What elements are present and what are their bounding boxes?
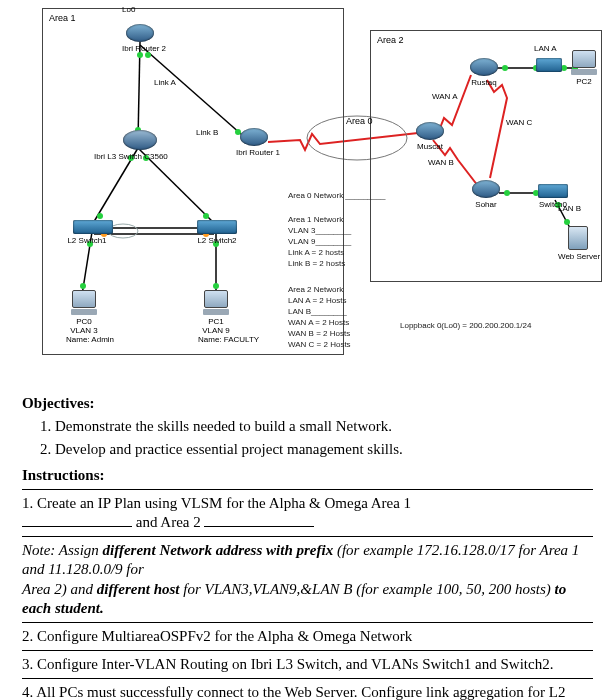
- linkA-label: Link A: [154, 78, 176, 87]
- router-icon: [470, 58, 498, 76]
- lanB-label: LAN B: [558, 204, 581, 213]
- note-block: Note: Assign different Network address w…: [22, 541, 593, 618]
- area1-title: Area 1: [49, 13, 76, 23]
- network-diagram: Area 1 Area 2 Ibri Router 2 Lo0 Ibri Rou…: [0, 0, 615, 380]
- router-icon: [126, 24, 154, 42]
- l2-switch2: L2 Switch2: [194, 220, 240, 245]
- loopback-note: Loppback 0(Lo0) = 200.200.200.1/24: [400, 320, 531, 331]
- muscat-router: Muscat: [412, 122, 448, 151]
- objective-2: 2. Develop and practice essential projec…: [40, 440, 593, 459]
- instruction-2: 2. Configure MultiareaOSPFv2 for the Alp…: [22, 627, 593, 646]
- sohar-router: Sohar: [468, 180, 504, 209]
- lanA-label: LAN A: [534, 44, 557, 53]
- area0-notes: Area 0 Network _________: [288, 190, 385, 201]
- instruction-1: 1. Create an IP Plan using VLSM for the …: [22, 494, 593, 532]
- instruction-4: 4. All PCs must successfully connect to …: [22, 683, 593, 700]
- pc2: PC2: [570, 50, 598, 86]
- instruction-3: 3. Configure Inter-VLAN Routing on Ibri …: [22, 655, 593, 674]
- rustaq-router: Rustaq: [466, 58, 502, 87]
- router-icon: [240, 128, 268, 146]
- server-icon: [568, 226, 588, 250]
- blank-fill: [22, 514, 132, 527]
- objectives-heading: Objectives:: [22, 394, 593, 413]
- web-server: Web Server: [558, 226, 598, 261]
- area2-notes: Area 2 Network LAN A = 2 Hosts LAN B____…: [288, 284, 351, 350]
- wanC-label: WAN C: [506, 118, 532, 127]
- pc1: PC1 VLAN 9 Name: FACULTY: [198, 290, 234, 344]
- area0-label: Area 0: [346, 116, 373, 126]
- objective-1: 1. Demonstrate the skills needed to buil…: [40, 417, 593, 436]
- blank-fill: [204, 514, 314, 527]
- ibri-l3-switch: Ibri L3 Switch C3560: [118, 130, 162, 161]
- document-text: Objectives: 1. Demonstrate the skills ne…: [0, 380, 615, 700]
- wanB-label: WAN B: [428, 158, 454, 167]
- l2-switch1: L2 Switch1: [70, 220, 116, 245]
- area1-notes: Area 1 Network VLAN 3________ VLAN 9____…: [288, 214, 351, 269]
- router-icon: [416, 122, 444, 140]
- ibri-router2: Ibri Router 2: [122, 24, 158, 53]
- pc0: PC0 VLAN 3 Name: Admin: [66, 290, 102, 344]
- pc-icon: [204, 290, 228, 308]
- switch-icon: [536, 58, 562, 72]
- router-icon: [472, 180, 500, 198]
- instructions-heading: Instructions:: [22, 466, 593, 485]
- area2-title: Area 2: [377, 35, 404, 45]
- linkB-label: Link B: [196, 128, 218, 137]
- switch-icon: [73, 220, 113, 234]
- switch-icon: [197, 220, 237, 234]
- lo0-label: Lo0: [122, 5, 135, 14]
- pc-icon: [72, 290, 96, 308]
- pc-icon: [572, 50, 596, 68]
- area2-switch-top: [534, 58, 564, 72]
- wanA-label: WAN A: [432, 92, 457, 101]
- ibri-router1: Ibri Router 1: [236, 128, 272, 157]
- switch-icon: [538, 184, 568, 198]
- l3-switch-icon: [123, 130, 157, 150]
